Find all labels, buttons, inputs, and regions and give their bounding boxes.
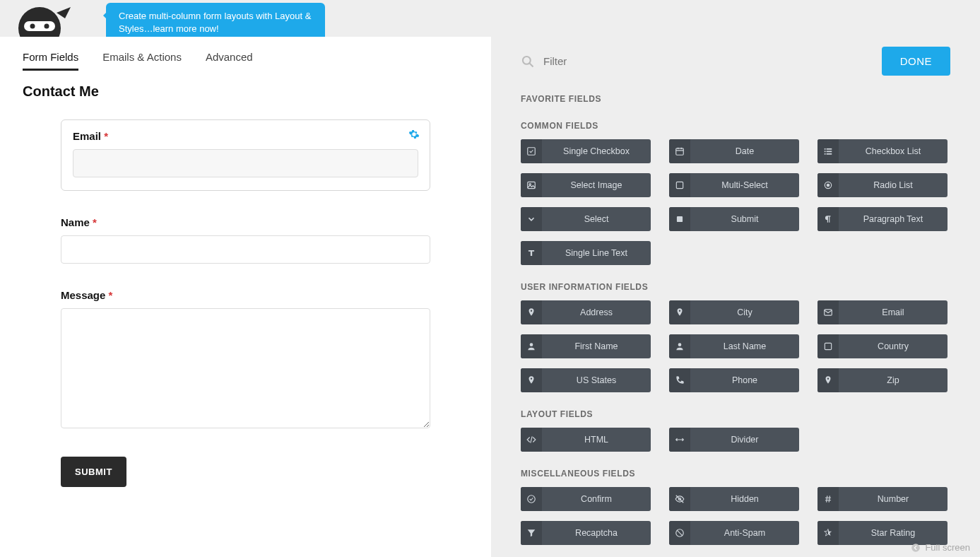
promo-banner[interactable]: Create multi-column form layouts with La… <box>106 3 325 42</box>
svg-rect-1 <box>24 21 55 31</box>
svg-line-5 <box>530 63 533 66</box>
field-type-hidden[interactable]: Hidden <box>669 487 799 511</box>
svg-rect-6 <box>528 148 536 156</box>
field-type-label: Checkbox List <box>839 139 947 163</box>
dot-circle-icon <box>817 173 839 197</box>
arrows-h-icon <box>669 428 690 452</box>
field-name-block[interactable]: Name * <box>61 216 430 264</box>
svg-rect-11 <box>825 148 826 150</box>
field-type-city[interactable]: City <box>669 300 799 324</box>
stop-icon <box>669 207 690 231</box>
field-type-number[interactable]: Number <box>817 487 947 511</box>
svg-line-33 <box>829 496 830 502</box>
field-type-date[interactable]: Date <box>669 139 799 163</box>
field-type-country[interactable]: Country <box>817 334 947 358</box>
form-title: Contact Me <box>23 83 468 100</box>
field-type-address[interactable]: Address <box>521 300 651 324</box>
email-label: Email * <box>73 130 418 142</box>
field-type-label: HTML <box>542 428 651 452</box>
field-library-pane: DONE FAVORITE FIELDS COMMON FIELDS Singl… <box>491 37 980 557</box>
svg-rect-19 <box>676 182 683 188</box>
svg-point-25 <box>678 343 682 346</box>
field-type-confirm[interactable]: Confirm <box>521 487 651 511</box>
field-type-radio-list[interactable]: Radio List <box>817 173 947 197</box>
filter-input[interactable] <box>543 55 882 67</box>
field-type-label: Anti-Spam <box>690 521 799 545</box>
message-field[interactable] <box>61 308 430 428</box>
field-type-multi-select[interactable]: Multi-Select <box>669 173 799 197</box>
field-type-checkbox-list[interactable]: Checkbox List <box>817 139 947 163</box>
arrow-left-icon <box>911 543 921 553</box>
field-type-html[interactable]: HTML <box>521 428 651 452</box>
field-type-select-image[interactable]: Select Image <box>521 173 651 197</box>
field-type-submit[interactable]: Submit <box>669 207 799 231</box>
star-half-icon <box>817 521 839 545</box>
field-type-last-name[interactable]: Last Name <box>669 334 799 358</box>
submit-button[interactable]: SUBMIT <box>61 457 126 487</box>
section-user[interactable]: USER INFORMATION FIELDS <box>521 282 950 292</box>
search-icon <box>521 54 535 69</box>
email-field[interactable] <box>73 149 418 177</box>
ninja-logo <box>6 0 73 37</box>
tab-emails-actions[interactable]: Emails & Actions <box>102 51 182 71</box>
name-label: Name * <box>61 216 430 228</box>
field-type-single-checkbox[interactable]: Single Checkbox <box>521 139 651 163</box>
svg-point-3 <box>45 24 49 29</box>
svg-rect-7 <box>676 148 684 155</box>
square-icon <box>669 173 690 197</box>
hash-icon <box>817 487 839 511</box>
field-type-label: Number <box>839 487 947 511</box>
fullscreen-toggle[interactable]: Full screen <box>911 542 970 553</box>
paragraph-icon <box>817 207 839 231</box>
calendar-icon <box>669 139 690 163</box>
list-icon <box>817 139 839 163</box>
builder-tabs: Form Fields Emails & Actions Advanced <box>23 51 468 71</box>
field-email-card[interactable]: Email * <box>61 119 430 191</box>
field-type-paragraph-text[interactable]: Paragraph Text <box>817 207 947 231</box>
svg-rect-14 <box>827 151 832 152</box>
field-type-label: Select Image <box>542 173 651 197</box>
field-type-single-line-text[interactable]: Single Line Text <box>521 241 651 265</box>
svg-point-36 <box>912 544 921 552</box>
section-favorite[interactable]: FAVORITE FIELDS <box>521 94 950 104</box>
svg-rect-12 <box>827 148 832 150</box>
field-type-label: Select <box>542 207 651 231</box>
tab-form-fields[interactable]: Form Fields <box>23 51 78 71</box>
section-misc[interactable]: MISCELLANEOUS FIELDS <box>521 469 950 479</box>
field-type-us-states[interactable]: US States <box>521 368 651 392</box>
section-layout[interactable]: LAYOUT FIELDS <box>521 409 950 419</box>
tab-advanced[interactable]: Advanced <box>206 51 253 71</box>
code-icon <box>521 428 542 452</box>
field-type-label: Hidden <box>690 487 799 511</box>
form-builder-pane: Form Fields Emails & Actions Advanced Co… <box>0 37 491 557</box>
done-button[interactable]: DONE <box>882 47 950 76</box>
fullscreen-label: Full screen <box>925 542 970 553</box>
field-type-email[interactable]: Email <box>817 300 947 324</box>
field-type-label: Single Line Text <box>542 241 651 265</box>
svg-point-21 <box>827 184 830 187</box>
svg-rect-15 <box>825 153 826 155</box>
field-type-divider[interactable]: Divider <box>669 428 799 452</box>
field-type-anti-spam[interactable]: Anti-Spam <box>669 521 799 545</box>
field-type-select[interactable]: Select <box>521 207 651 231</box>
check-square-icon <box>521 139 542 163</box>
svg-point-2 <box>30 24 35 29</box>
section-common[interactable]: COMMON FIELDS <box>521 121 950 131</box>
gear-icon[interactable] <box>408 129 420 140</box>
field-type-label: Phone <box>690 368 799 392</box>
field-type-star-rating[interactable]: Star Rating <box>817 521 947 545</box>
user-icon <box>521 334 542 358</box>
phone-icon <box>669 368 690 392</box>
field-type-phone[interactable]: Phone <box>669 368 799 392</box>
field-type-first-name[interactable]: First Name <box>521 334 651 358</box>
svg-line-35 <box>677 530 683 536</box>
field-type-recaptcha[interactable]: Recaptcha <box>521 521 651 545</box>
ban-icon <box>669 521 690 545</box>
field-type-label: First Name <box>542 334 651 358</box>
svg-point-24 <box>530 343 533 346</box>
field-message-block[interactable]: Message * <box>61 289 430 431</box>
svg-rect-13 <box>825 151 826 152</box>
field-type-label: Paragraph Text <box>839 207 947 231</box>
field-type-zip[interactable]: Zip <box>817 368 947 392</box>
name-field[interactable] <box>61 235 430 264</box>
